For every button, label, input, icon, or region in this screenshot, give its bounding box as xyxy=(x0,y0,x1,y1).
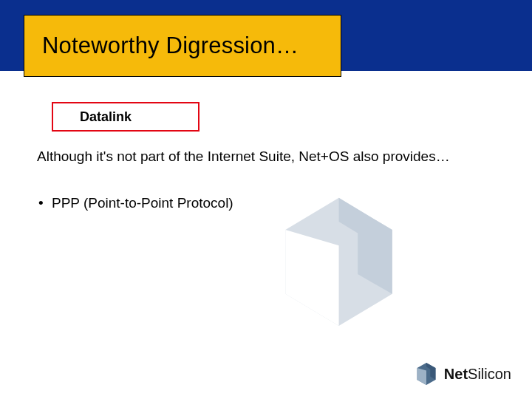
body-paragraph: Although it's not part of the Internet S… xyxy=(37,148,451,166)
svg-marker-4 xyxy=(417,368,426,385)
bullet-list: • PPP (Point-to-Point Protocol) xyxy=(37,195,451,216)
brand-suffix: Silicon xyxy=(468,366,511,382)
brand-prefix: Net xyxy=(444,366,468,382)
list-item-label: PPP (Point-to-Point Protocol) xyxy=(52,195,233,211)
brand-wordmark: NetSilicon xyxy=(444,366,511,383)
subtitle: Datalink xyxy=(80,109,132,125)
svg-marker-1 xyxy=(285,230,338,326)
brand-footer: NetSilicon xyxy=(413,362,511,386)
slide-title-box: Noteworthy Digression… xyxy=(24,15,341,77)
subtitle-box: Datalink xyxy=(52,102,200,132)
brand-logo-icon xyxy=(413,362,440,386)
bullet-dot-icon: • xyxy=(37,195,52,211)
slide-title: Noteworthy Digression… xyxy=(42,33,299,59)
list-item: • PPP (Point-to-Point Protocol) xyxy=(37,195,451,211)
